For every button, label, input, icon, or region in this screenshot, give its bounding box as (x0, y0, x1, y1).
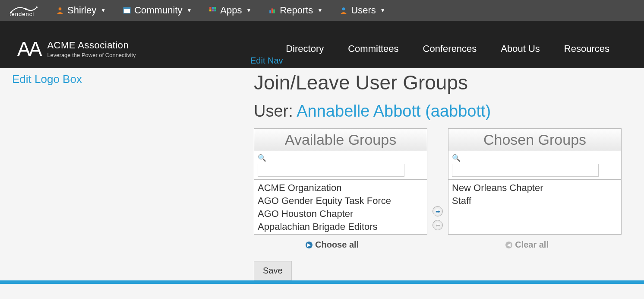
chosen-header: Chosen Groups (448, 129, 621, 151)
edit-nav-link[interactable]: Edit Nav (250, 56, 283, 66)
svg-point-2 (36, 6, 38, 8)
svg-point-1 (25, 8, 27, 10)
admin-menu-community[interactable]: Community ▼ (123, 5, 192, 16)
caret-down-icon: ▼ (317, 7, 322, 13)
admin-menu-users[interactable]: Users ▼ (340, 5, 385, 16)
list-item[interactable]: New Orleans Chapter (452, 181, 618, 194)
tendenci-logo-icon: tendenci (9, 4, 39, 17)
svg-point-4 (59, 7, 62, 10)
nav-about-us[interactable]: About Us (501, 43, 540, 54)
org-logo-mark: AA (17, 37, 40, 60)
user-line: User: Annabelle Abbott (aabbott) (254, 102, 632, 121)
page-body: Edit Logo Box Join/Leave User Groups Use… (0, 68, 644, 280)
list-item[interactable]: ACME Organization (258, 181, 423, 194)
choose-all-label: Choose all (315, 240, 359, 250)
nav-committees[interactable]: Committees (348, 43, 398, 54)
org-logo[interactable]: AA ACME Association Leverage the Power o… (17, 37, 136, 60)
chosen-filter-input[interactable] (452, 164, 599, 177)
nav-resources[interactable]: Resources (564, 43, 609, 54)
svg-rect-7 (209, 7, 212, 9)
arrow-left-circle-icon: ◀ (505, 242, 512, 248)
arrow-right-circle-icon: ▶ (306, 242, 313, 248)
user-orange-icon (56, 6, 64, 14)
available-list[interactable]: ACME Organization AGO Gender Equity Task… (254, 180, 427, 234)
user-blue-icon (340, 6, 347, 14)
admin-menu-reports[interactable]: Reports ▼ (268, 5, 322, 16)
search-icon: 🔍 (258, 154, 423, 162)
admin-menu-label: Reports (280, 5, 313, 16)
admin-menu-label: Shirley (67, 5, 96, 16)
caret-down-icon: ▼ (101, 7, 106, 13)
caret-down-icon: ▼ (246, 7, 251, 13)
window-icon (123, 6, 131, 14)
caret-down-icon: ▼ (380, 7, 385, 13)
svg-rect-13 (270, 10, 271, 13)
footer-accent-bar (0, 280, 644, 284)
transfer-arrows: ➡ ⬅ (432, 206, 443, 230)
available-filter-input[interactable] (258, 164, 404, 177)
svg-rect-12 (215, 10, 217, 12)
nav-directory[interactable]: Directory (286, 43, 324, 54)
clear-all-label: Clear all (515, 240, 549, 250)
grid-icon (209, 6, 217, 14)
svg-text:tendenci: tendenci (9, 11, 34, 17)
admin-bar: tendenci Shirley ▼ Community ▼ Apps ▼ Re… (0, 0, 644, 21)
admin-menu-label: Users (351, 5, 376, 16)
org-nav: Directory Committees Conferences About U… (286, 43, 627, 54)
move-right-button[interactable]: ➡ (432, 206, 443, 216)
page-title: Join/Leave User Groups (254, 71, 632, 94)
move-left-button[interactable]: ⬅ (432, 220, 443, 230)
svg-rect-8 (212, 7, 214, 9)
list-item[interactable]: AGO Houston Chapter (258, 207, 423, 220)
edit-logo-box-link[interactable]: Edit Logo Box (12, 73, 82, 86)
dual-selector: Available Groups 🔍 ACME Organization AGO… (254, 128, 632, 235)
caret-down-icon: ▼ (186, 7, 192, 13)
svg-rect-9 (215, 7, 217, 9)
list-item[interactable]: Staff (452, 194, 618, 207)
svg-rect-6 (123, 7, 130, 9)
admin-menu-label: Apps (220, 5, 242, 16)
clear-all-link[interactable]: ◀ Clear all (505, 240, 549, 250)
user-prefix: User: (254, 102, 297, 120)
available-groups-box: Available Groups 🔍 ACME Organization AGO… (254, 128, 427, 235)
chosen-groups-box: Chosen Groups 🔍 New Orleans Chapter Staf… (448, 128, 622, 235)
org-tagline: Leverage the Power of Connectivity (47, 52, 136, 58)
available-header: Available Groups (254, 129, 427, 151)
nav-conferences[interactable]: Conferences (423, 43, 477, 54)
org-header: AA ACME Association Leverage the Power o… (0, 21, 644, 68)
list-item[interactable]: Appalachian Brigade Editors (258, 220, 423, 233)
org-name: ACME Association (47, 40, 136, 51)
svg-rect-15 (274, 10, 275, 13)
svg-rect-11 (212, 10, 214, 12)
admin-menu-apps[interactable]: Apps ▼ (209, 5, 251, 16)
chart-icon (268, 6, 276, 14)
list-item[interactable]: AGO Gender Equity Task Force (258, 194, 423, 207)
tendenci-brand[interactable]: tendenci (9, 4, 39, 17)
admin-menu-shirley[interactable]: Shirley ▼ (56, 5, 106, 16)
svg-rect-14 (271, 9, 273, 13)
choose-all-link[interactable]: ▶ Choose all (306, 240, 359, 250)
svg-point-16 (342, 7, 345, 10)
search-icon: 🔍 (452, 154, 618, 162)
save-button[interactable]: Save (254, 261, 292, 280)
svg-rect-10 (209, 10, 212, 12)
chosen-list[interactable]: New Orleans Chapter Staff (448, 180, 621, 234)
user-link[interactable]: Annabelle Abbott (aabbott) (297, 102, 491, 120)
admin-menu-label: Community (134, 5, 182, 16)
